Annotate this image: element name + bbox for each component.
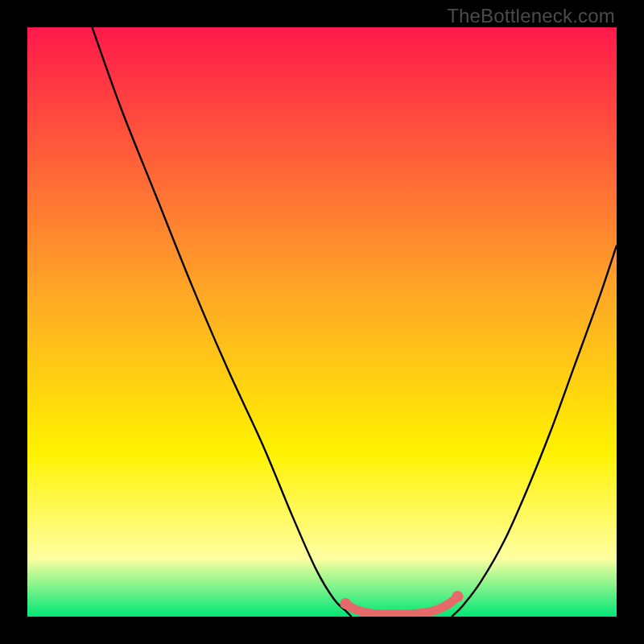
chart-svg <box>27 27 617 617</box>
marker-dot <box>359 608 368 617</box>
marker-dot <box>430 606 439 615</box>
watermark-text: TheBottleneck.com <box>447 5 615 27</box>
marker-dot <box>452 591 463 602</box>
gradient-background <box>27 27 617 617</box>
marker-dot <box>350 605 359 613</box>
marker-dot <box>421 608 430 617</box>
marker-dot <box>439 603 448 612</box>
marker-dot <box>340 598 351 609</box>
plot-area <box>27 27 617 617</box>
chart-frame: TheBottleneck.com <box>0 0 644 644</box>
